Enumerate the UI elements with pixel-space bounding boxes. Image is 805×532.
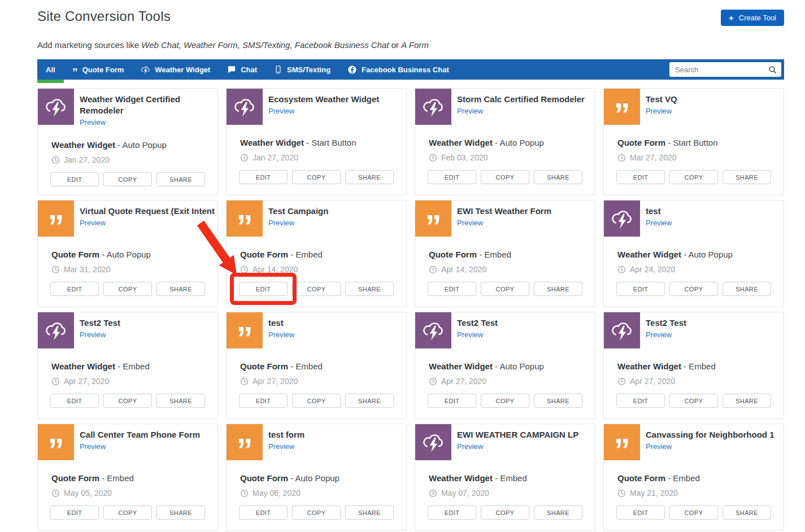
tab-weather-widget[interactable]: Weather Widget xyxy=(132,59,219,80)
share-button[interactable]: SHARE xyxy=(345,170,394,184)
copy-button[interactable]: COPY xyxy=(669,505,718,520)
tool-type: Weather Widget xyxy=(429,361,493,371)
tool-date: Apr 14, 2020 xyxy=(253,264,298,275)
copy-button[interactable]: COPY xyxy=(481,394,529,408)
search-box xyxy=(669,62,781,77)
copy-button[interactable]: COPY xyxy=(481,282,529,296)
quote-icon: ” xyxy=(227,424,263,460)
copy-button[interactable]: COPY xyxy=(103,282,152,296)
preview-link[interactable]: Preview xyxy=(80,219,106,227)
edit-button[interactable]: EDIT xyxy=(239,505,288,520)
tool-type-line: Quote Form - Auto Popup xyxy=(51,249,204,260)
clock-icon xyxy=(617,154,626,162)
card-head-text: Canvassing for Neighborhood 1 Preview xyxy=(640,424,777,460)
tab-facebook-business-chat[interactable]: Facebook Business Chat xyxy=(339,59,458,80)
preview-link[interactable]: Preview xyxy=(268,219,294,227)
preview-link[interactable]: Preview xyxy=(268,442,294,451)
share-button[interactable]: SHARE xyxy=(534,505,582,520)
copy-button[interactable]: COPY xyxy=(292,505,341,520)
preview-link[interactable]: Preview xyxy=(80,442,106,451)
edit-button[interactable]: EDIT xyxy=(616,394,665,408)
tab-chat[interactable]: Chat xyxy=(219,59,266,80)
copy-button[interactable]: COPY xyxy=(292,394,341,408)
tool-type-line: Quote Form - Start Button xyxy=(617,137,770,149)
search-button[interactable] xyxy=(767,65,781,75)
edit-button[interactable]: EDIT xyxy=(428,505,476,520)
share-button[interactable]: SHARE xyxy=(156,282,205,296)
tool-type-line: Weather Widget - Auto Popup xyxy=(51,139,204,151)
edit-button[interactable]: EDIT xyxy=(428,170,476,184)
preview-link[interactable]: Preview xyxy=(457,219,483,227)
edit-button[interactable]: EDIT xyxy=(428,394,476,408)
edit-button[interactable]: EDIT xyxy=(239,170,288,184)
preview-link[interactable]: Preview xyxy=(457,330,483,339)
edit-button[interactable]: EDIT xyxy=(616,170,665,184)
preview-link[interactable]: Preview xyxy=(646,107,672,115)
filter-bar: All”Quote FormWeather WidgetChatSMS/Text… xyxy=(37,59,784,80)
share-button[interactable]: SHARE xyxy=(723,505,771,520)
tool-date: Apr 24, 2020 xyxy=(630,264,675,275)
share-button[interactable]: SHARE xyxy=(156,505,205,520)
tool-type: Weather Widget xyxy=(617,250,681,259)
share-button[interactable]: SHARE xyxy=(723,394,771,408)
card-head: ” Call Center Team Phone Form Preview xyxy=(38,424,217,460)
edit-button[interactable]: EDIT xyxy=(50,172,99,186)
share-button[interactable]: SHARE xyxy=(345,505,394,520)
tool-mode: Auto Popup xyxy=(499,138,543,147)
preview-link[interactable]: Preview xyxy=(80,330,106,339)
copy-button[interactable]: COPY xyxy=(103,394,152,408)
tool-type: Quote Form xyxy=(617,138,665,147)
share-button[interactable]: SHARE xyxy=(723,170,771,184)
edit-button[interactable]: EDIT xyxy=(428,282,476,296)
card-actions: EDITCOPYSHARE xyxy=(616,282,771,296)
tool-type-line: Quote Form - Auto Popup xyxy=(240,473,393,484)
card-actions: EDITCOPYSHARE xyxy=(428,505,582,520)
preview-link[interactable]: Preview xyxy=(646,330,672,339)
copy-button[interactable]: COPY xyxy=(481,170,529,184)
share-button[interactable]: SHARE xyxy=(345,282,394,296)
preview-link[interactable]: Preview xyxy=(268,330,294,339)
preview-link[interactable]: Preview xyxy=(457,107,483,115)
preview-link[interactable]: Preview xyxy=(80,118,106,127)
tool-type: Quote Form xyxy=(240,473,288,483)
copy-button[interactable]: COPY xyxy=(103,172,152,186)
preview-link[interactable]: Preview xyxy=(646,219,672,227)
share-button[interactable]: SHARE xyxy=(156,394,205,408)
edit-button[interactable]: EDIT xyxy=(50,394,99,408)
edit-button[interactable]: EDIT xyxy=(616,505,665,520)
card-actions: EDITCOPYSHARE xyxy=(239,170,394,184)
share-button[interactable]: SHARE xyxy=(156,172,205,186)
tab-sms-texting[interactable]: SMS/Texting xyxy=(266,59,339,80)
preview-link[interactable]: Preview xyxy=(457,442,483,451)
copy-button[interactable]: COPY xyxy=(669,282,718,296)
preview-link[interactable]: Preview xyxy=(268,107,294,115)
type-separator: - xyxy=(493,138,500,147)
share-button[interactable]: SHARE xyxy=(534,394,582,408)
edit-button[interactable]: EDIT xyxy=(50,505,99,520)
copy-button[interactable]: COPY xyxy=(103,505,152,520)
edit-button[interactable]: EDIT xyxy=(616,282,665,296)
type-separator: - xyxy=(288,250,295,259)
copy-button[interactable]: COPY xyxy=(481,505,529,520)
share-button[interactable]: SHARE xyxy=(345,394,394,408)
search-input[interactable] xyxy=(669,66,767,74)
tool-type: Weather Widget xyxy=(51,140,115,150)
tab-quote-form[interactable]: ”Quote Form xyxy=(64,59,133,80)
copy-button[interactable]: COPY xyxy=(669,170,718,184)
type-separator: - xyxy=(665,473,673,483)
create-tool-button[interactable]: + Create Tool xyxy=(721,10,784,26)
card-actions: EDITCOPYSHARE xyxy=(239,394,394,408)
edit-button[interactable]: EDIT xyxy=(239,394,288,408)
copy-button[interactable]: COPY xyxy=(669,394,718,408)
share-button[interactable]: SHARE xyxy=(534,282,582,296)
copy-button[interactable]: COPY xyxy=(292,170,341,184)
share-button[interactable]: SHARE xyxy=(534,170,582,184)
copy-button[interactable]: COPY xyxy=(292,282,341,296)
edit-button[interactable]: EDIT xyxy=(50,282,99,296)
edit-button[interactable]: EDIT xyxy=(239,282,288,296)
preview-link[interactable]: Preview xyxy=(646,442,672,451)
tool-title: Test2 Test xyxy=(646,317,686,329)
share-button[interactable]: SHARE xyxy=(723,282,771,296)
tab-all[interactable]: All xyxy=(37,59,64,80)
type-separator: - xyxy=(493,473,500,483)
